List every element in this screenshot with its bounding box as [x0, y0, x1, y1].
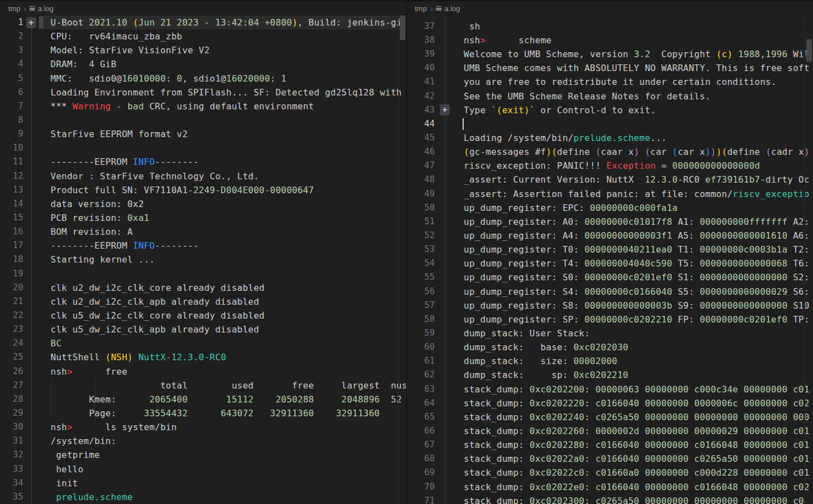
log-line[interactable]: 42See the UMB Scheme Release Notes for d… — [406, 89, 813, 103]
gutter-plus-button[interactable]: + — [26, 17, 36, 28]
log-line[interactable]: 49_assert: Assertion failed panic: at fi… — [406, 187, 813, 201]
log-line[interactable]: 60dump_stack: base: 0xc0202030 — [406, 340, 813, 354]
log-line[interactable]: 18Starting kernel ... — [0, 253, 406, 266]
log-line[interactable]: 61dump_stack: size: 00002000 — [406, 354, 813, 368]
log-line[interactable]: 29 Page: 33554432 643072 32911360 329113… — [0, 406, 406, 420]
breadcrumb-file[interactable]: a.log — [444, 4, 460, 13]
log-line[interactable]: 5MMC: sdio0@16010000: 0, sdio1@16020000:… — [0, 72, 406, 85]
log-line-text: clk u5_dw_i2c_clk_apb already disabled — [51, 322, 259, 336]
log-line[interactable]: 47riscv_exception: PANIC!!! Exception = … — [406, 159, 813, 173]
log-line[interactable]: 16BOM revision: A — [0, 225, 406, 239]
log-line[interactable]: 24BC — [0, 336, 406, 350]
vertical-scrollbar[interactable] — [805, 16, 813, 504]
log-line[interactable]: 26nsh> free — [0, 365, 406, 379]
log-line[interactable]: 53up_dump_register: T0: 0000000040211ea0… — [406, 243, 813, 256]
log-line[interactable]: 34 init — [0, 476, 406, 490]
log-line[interactable]: 11--------EEPROM INFO-------- — [0, 155, 406, 169]
log-line[interactable]: 36 scheme — [406, 16, 813, 19]
log-line[interactable]: 8 — [0, 113, 406, 127]
log-line[interactable]: 10 — [0, 141, 406, 155]
log-line[interactable]: 31/system/bin: — [0, 434, 406, 448]
log-line[interactable]: 6Loading Environment from SPIFlash... SF… — [0, 85, 406, 99]
log-line[interactable]: 69stack_dump: 0xc02022c0: c01660a0 00000… — [406, 466, 813, 480]
log-line[interactable]: 70stack_dump: 0xc02022e0: c0166040 00000… — [406, 480, 813, 494]
text-segment: ls system/bin — [73, 422, 177, 432]
breadcrumb-folder[interactable]: tmp — [415, 4, 427, 13]
log-line[interactable]: 33 hello — [0, 462, 406, 476]
log-line[interactable]: 23clk u5_dw_i2c_clk_apb already disabled — [0, 322, 406, 336]
line-number: 4 — [0, 57, 23, 71]
text-segment: > — [67, 422, 73, 432]
log-line[interactable]: 66stack_dump: 0xc0202260: 0000002d 00000… — [406, 424, 813, 438]
vertical-scrollbar-thumb[interactable] — [806, 39, 812, 62]
log-line[interactable]: 30nsh> ls system/bin — [0, 420, 406, 434]
log-line[interactable]: 57up_dump_register: S8: 000000000000003b… — [406, 299, 813, 313]
log-line[interactable]: 4DRAM: 4 GiB — [0, 57, 406, 71]
log-line[interactable]: 64stack_dump: 0xc0202220: c0166040 00000… — [406, 396, 813, 410]
line-number: 2 — [0, 29, 23, 43]
log-line[interactable]: 9StarFive EEPROM format v2 — [0, 127, 406, 141]
editor-viewport[interactable]: 36 scheme37 sh38nsh> scheme39Welcome to … — [406, 16, 813, 504]
log-line[interactable]: 39Welcome to UMB Scheme, version 3.2 Cop… — [406, 47, 813, 61]
log-line-text: _assert: Assertion failed panic: at file… — [464, 187, 810, 201]
log-line[interactable]: 3Model: StarFive VisionFive V2 — [0, 43, 406, 57]
log-line[interactable]: 25NuttShell (NSH) NuttX-12.3.0-RC0 — [0, 350, 406, 364]
vertical-scrollbar[interactable] — [398, 16, 406, 504]
log-line[interactable]: 52up_dump_register: A4: 00000000000003f1… — [406, 229, 813, 243]
log-line[interactable]: 54up_dump_register: T4: 000000004040c590… — [406, 256, 813, 270]
log-line[interactable]: 40UMB Scheme comes with ABSOLUTELY NO WA… — [406, 61, 813, 75]
log-line[interactable]: 32 getprime — [0, 448, 406, 462]
log-line[interactable]: 63stack_dump: 0xc0202200: 00000063 00000… — [406, 382, 813, 396]
log-line[interactable]: 71stack_dump: 0xc0202300: c0265a50 00000… — [406, 494, 813, 504]
text-segment: Model: StarFive VisionFive V2 — [51, 45, 210, 56]
log-line[interactable]: 19 — [0, 267, 406, 281]
log-line-text: Model: StarFive VisionFive V2 — [51, 43, 210, 57]
text-segment: 00000000c01017f8 — [584, 216, 672, 227]
log-line[interactable]: 38nsh> scheme — [406, 33, 813, 47]
text-segment: 2249-D004E000-00000647 — [193, 185, 314, 195]
log-line[interactable]: 37 sh — [406, 19, 813, 33]
log-line[interactable]: 55up_dump_register: S0: 00000000c0201ef0… — [406, 270, 813, 284]
log-line[interactable]: 13Product full SN: VF7110A1-2249-D004E00… — [0, 183, 406, 197]
vertical-scrollbar-thumb[interactable] — [400, 16, 405, 40]
breadcrumb-folder[interactable]: tmp — [8, 4, 21, 13]
log-line[interactable]: 21clk u2_dw_i2c_clk_apb already disabled — [0, 295, 406, 309]
log-line[interactable]: 14data version: 0x2 — [0, 197, 406, 211]
log-line[interactable]: 7*** Warning - bad CRC, using default en… — [0, 99, 406, 113]
log-line[interactable]: 50up_dump_register: EPC: 00000000c000fa1… — [406, 201, 813, 215]
log-line[interactable]: 62dump_stack: sp: 0xc0202210 — [406, 368, 813, 382]
log-line[interactable]: 20clk u2_dw_i2c_clk_core already disable… — [0, 281, 406, 295]
log-line[interactable]: 22clk u5_dw_i2c_clk_core already disable… — [0, 309, 406, 322]
log-line[interactable]: 17--------EEPROM INFO-------- — [0, 239, 406, 253]
log-line[interactable]: 68stack_dump: 0xc02022a0: c0166040 00000… — [406, 452, 813, 466]
pane-divider-sash[interactable] — [406, 0, 407, 504]
log-line[interactable]: 58up_dump_register: SP: 00000000c0202210… — [406, 313, 813, 326]
log-line[interactable]: 35 prelude.scheme — [0, 490, 406, 504]
log-line[interactable]: 2CPU: rv64imacu_zba_zbb — [0, 29, 406, 43]
log-line[interactable]: 59dump_stack: User Stack: — [406, 326, 813, 340]
log-line[interactable]: 28 Kmem: 2065400 15112 2050288 2048896 5… — [0, 392, 406, 406]
log-line-text: scheme — [464, 16, 502, 19]
editor-viewport[interactable]: 1+U-Boot 2021.10 (Jun 21 2023 - 13:42:04… — [0, 16, 406, 504]
log-line[interactable]: 41you are free to redistribute it under … — [406, 75, 813, 89]
log-line-text: you are free to redistribute it under ce… — [464, 75, 776, 89]
breadcrumb-file[interactable]: a.log — [38, 4, 53, 13]
text-segment: S5: — [673, 286, 700, 297]
log-line[interactable]: 44 — [406, 117, 813, 131]
log-line[interactable]: 65stack_dump: 0xc0202240: c0265a50 00000… — [406, 410, 813, 424]
text-segment: )( — [546, 147, 557, 157]
log-line[interactable]: 45Loading /system/bin/prelude.scheme... — [406, 131, 813, 145]
log-line[interactable]: 51up_dump_register: A0: 00000000c01017f8… — [406, 215, 813, 229]
log-line-text: Type `(exit)` or Control-d to exit. — [464, 103, 656, 117]
log-line[interactable]: 1+U-Boot 2021.10 (Jun 21 2023 - 13:42:04… — [0, 16, 406, 29]
gutter-plus-button[interactable]: + — [440, 104, 450, 115]
log-line[interactable]: 27 total used free largest nused — [0, 379, 406, 392]
log-line[interactable]: 12Vendor : StarFive Technology Co., Ltd. — [0, 169, 406, 183]
text-segment: c01660a0 00000000 c000d228 00000000 c01 — [595, 467, 809, 478]
log-line[interactable]: 43+Type `(exit)` or Control-d to exit. — [406, 103, 813, 117]
log-line[interactable]: 56up_dump_register: S4: 00000000c0166040… — [406, 285, 813, 299]
log-line[interactable]: 48_assert: Current Version: NuttX 12.3.0… — [406, 173, 813, 187]
log-line[interactable]: 67stack_dump: 0xc0202280: c0166040 00000… — [406, 438, 813, 452]
log-line[interactable]: 46(gc-messages #f)(define (caar x) (car … — [406, 145, 813, 159]
log-line[interactable]: 15PCB revision: 0xa1 — [0, 211, 406, 225]
